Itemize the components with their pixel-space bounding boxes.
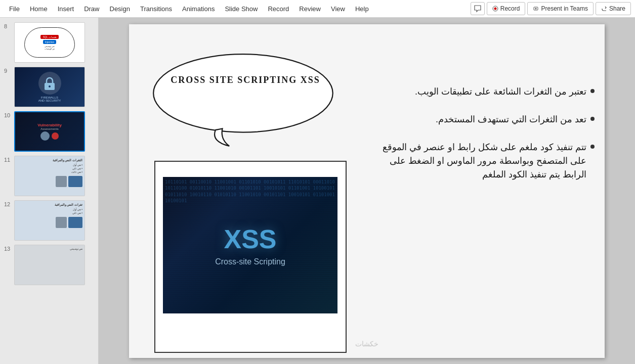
menu-review[interactable]: Review — [294, 0, 326, 17]
menu-view[interactable]: View — [326, 0, 350, 17]
slide-item-9[interactable]: 9 FIREWALLSAND SECURITY — [0, 65, 98, 109]
svg-point-1 — [494, 8, 496, 10]
bullet-item-2: تعد من الثغرات التي تستهدف المستخدم. — [382, 113, 595, 126]
bullet-text-3: تتم تنفيذ كود ملغم على شكل رابط او عنصر … — [382, 141, 586, 181]
slide-item-11[interactable]: 11 الثغرات النص والمراقبة • نص أول • نص … — [0, 154, 98, 198]
menu-home[interactable]: Home — [25, 0, 53, 17]
bullet-section: تعتبر من الثغرات الشائعة على تطبيقات الو… — [382, 85, 595, 196]
toolbar-right: Record Present in Teams Share — [471, 0, 631, 17]
svg-point-3 — [535, 8, 537, 10]
speech-bubble: CROSS SITE SCRIPTING XSS — [144, 50, 347, 151]
menu-slideshow[interactable]: Slide Show — [220, 0, 263, 17]
slide-canvas[interactable]: CROSS SITE SCRIPTING XSS 10110101 001100… — [129, 24, 605, 358]
bullet-item-3: تتم تنفيذ كود ملغم على شكل رابط او عنصر … — [382, 141, 595, 181]
bubble-title: CROSS SITE SCRIPTING XSS — [170, 75, 321, 85]
main-layout: 8 SQL هجمات Injection نص توضيحيعن الهجما… — [0, 18, 635, 364]
content-area: CROSS SITE SCRIPTING XSS 10110101 001100… — [99, 18, 635, 364]
slide-thumb-13[interactable]: نص توضيحي — [14, 245, 85, 285]
slide-thumb-11[interactable]: الثغرات النص والمراقبة • نص أول • نص ثان… — [14, 156, 85, 196]
menu-file[interactable]: File — [4, 0, 25, 17]
present-teams-label: Present in Teams — [541, 5, 588, 12]
svg-point-5 — [49, 85, 51, 87]
menu-bar: File Home Insert Draw Design Transitions… — [0, 0, 635, 18]
slide-number-13: 13 — [4, 245, 14, 252]
menu-insert[interactable]: Insert — [53, 0, 79, 17]
record-label: Record — [500, 5, 520, 12]
slide-item-10[interactable]: 10 Vulnerability Assessments — [0, 109, 98, 154]
share-icon — [601, 6, 607, 12]
menu-help[interactable]: Help — [350, 0, 374, 17]
bullet-dot-1 — [590, 89, 595, 93]
record-icon — [492, 6, 498, 12]
xss-main-label: XSS — [224, 224, 276, 254]
menu-record[interactable]: Record — [263, 0, 294, 17]
xss-image: 10110101 00110010 11001001 01101010 0010… — [163, 177, 337, 313]
present-teams-button[interactable]: Present in Teams — [527, 2, 594, 15]
menu-design[interactable]: Design — [105, 0, 135, 17]
slide-number-11: 11 — [4, 156, 14, 163]
xss-subtitle-label: Cross-site Scripting — [215, 257, 285, 266]
menu-transitions[interactable]: Transitions — [135, 0, 177, 17]
record-toolbar-button[interactable]: Record — [487, 2, 526, 15]
teams-icon — [533, 6, 539, 12]
slide-thumb-8[interactable]: SQL هجمات Injection نص توضيحيعن الهجمات — [14, 22, 85, 63]
bullet-text-2: تعد من الثغرات التي تستهدف المستخدم. — [436, 113, 586, 126]
slide-item-8[interactable]: 8 SQL هجمات Injection نص توضيحيعن الهجما… — [0, 20, 98, 65]
share-label: Share — [609, 5, 625, 12]
comment-button[interactable] — [471, 2, 485, 15]
svg-point-6 — [153, 54, 333, 132]
watermark: خكشات — [355, 340, 378, 348]
slide-number-9: 9 — [4, 67, 14, 74]
menu-draw[interactable]: Draw — [79, 0, 104, 17]
slide-item-13[interactable]: 13 نص توضيحي — [0, 243, 98, 287]
bullet-item-1: تعتبر من الثغرات الشائعة على تطبيقات الو… — [382, 85, 595, 99]
comment-icon — [474, 5, 482, 13]
slides-panel[interactable]: 8 SQL هجمات Injection نص توضيحيعن الهجما… — [0, 18, 99, 364]
slide-number-12: 12 — [4, 200, 14, 207]
slide-number-8: 8 — [4, 22, 14, 29]
slide-thumb-9[interactable]: FIREWALLSAND SECURITY — [14, 67, 85, 107]
slide-thumb-12[interactable]: ثغرات النص والمراقبة • نص أول • نص ثاني — [14, 200, 85, 241]
slide-item-12[interactable]: 12 ثغرات النص والمراقبة • نص أول • نص ثا… — [0, 198, 98, 243]
screenshot-box: 10110101 00110010 11001001 01101010 0010… — [154, 161, 347, 353]
slide-number-10: 10 — [4, 111, 14, 118]
menu-animations[interactable]: Animations — [177, 0, 220, 17]
share-button[interactable]: Share — [596, 2, 631, 15]
bullet-text-1: تعتبر من الثغرات الشائعة على تطبيقات الو… — [415, 85, 586, 99]
bullet-dot-2 — [590, 117, 595, 121]
bullet-dot-3 — [590, 145, 595, 149]
slide-thumb-10[interactable]: Vulnerability Assessments — [14, 111, 85, 152]
